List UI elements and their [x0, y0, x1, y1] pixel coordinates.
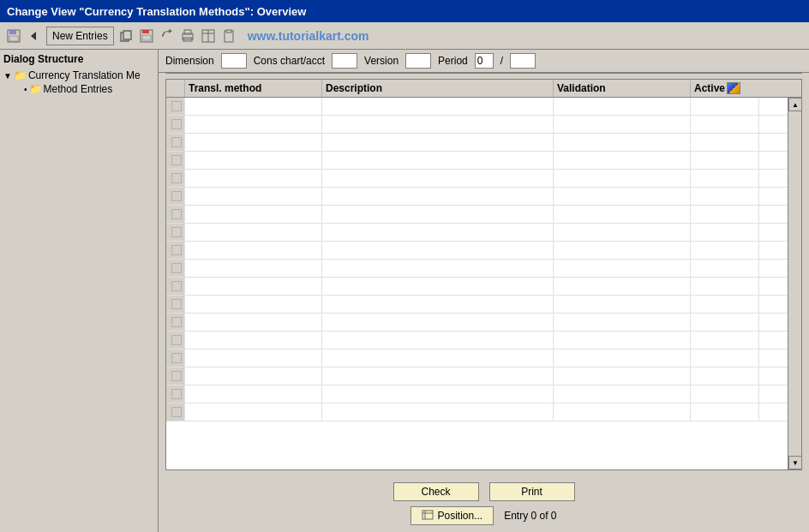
cell-desc-8[interactable] [322, 224, 554, 241]
undo-icon[interactable] [159, 27, 176, 45]
table-row[interactable] [166, 188, 788, 206]
table-row[interactable] [166, 134, 788, 152]
table-row[interactable] [166, 170, 788, 188]
table-icon[interactable] [200, 27, 217, 45]
table-row[interactable] [166, 403, 788, 421]
cell-valid-16[interactable] [554, 368, 691, 385]
cell-transl-10[interactable] [185, 260, 322, 277]
cell-desc-7[interactable] [322, 206, 554, 223]
period-end-input[interactable] [510, 53, 536, 69]
cell-desc-16[interactable] [322, 368, 554, 385]
cell-desc-18[interactable] [322, 403, 554, 421]
version-input[interactable] [405, 53, 431, 69]
row-sel-18[interactable] [166, 403, 185, 421]
scroll-up-button[interactable]: ▲ [788, 98, 801, 111]
back-icon[interactable] [26, 27, 43, 45]
row-sel-10[interactable] [166, 260, 185, 277]
cell-transl-9[interactable] [185, 242, 322, 259]
table-row[interactable] [166, 332, 788, 350]
table-row[interactable] [166, 224, 788, 242]
cell-active-17[interactable] [691, 386, 759, 403]
cell-valid-9[interactable] [554, 242, 691, 259]
cell-active-3[interactable] [691, 134, 759, 151]
table-row[interactable] [166, 368, 788, 386]
cell-valid-7[interactable] [554, 206, 691, 223]
cell-transl-4[interactable] [185, 152, 322, 169]
cell-valid-1[interactable] [554, 98, 691, 115]
print-icon[interactable] [179, 27, 196, 45]
cell-desc-4[interactable] [322, 152, 554, 169]
cell-active-15[interactable] [691, 350, 759, 367]
cell-transl-13[interactable] [185, 314, 322, 331]
cell-active-5[interactable] [691, 170, 759, 187]
cell-desc-14[interactable] [322, 332, 554, 349]
row-sel-4[interactable] [166, 152, 185, 169]
sidebar-item-method-entries[interactable]: • 📁 Method Entries [3, 82, 154, 96]
cell-transl-17[interactable] [185, 386, 322, 403]
cell-transl-16[interactable] [185, 368, 322, 385]
cell-valid-12[interactable] [554, 296, 691, 313]
active-col-icon[interactable] [727, 82, 740, 94]
cell-desc-1[interactable] [322, 98, 554, 115]
cell-active-12[interactable] [691, 296, 759, 313]
cell-desc-9[interactable] [322, 242, 554, 259]
cell-transl-12[interactable] [185, 296, 322, 313]
scroll-track[interactable] [788, 111, 801, 456]
cell-valid-11[interactable] [554, 278, 691, 295]
table-row[interactable] [166, 314, 788, 332]
table-row[interactable] [166, 152, 788, 170]
cell-active-14[interactable] [691, 332, 759, 349]
cell-active-1[interactable] [691, 98, 759, 115]
cell-valid-3[interactable] [554, 134, 691, 151]
cell-transl-18[interactable] [185, 403, 322, 421]
print-button[interactable]: Print [489, 482, 575, 501]
scroll-down-button[interactable]: ▼ [788, 456, 801, 469]
cell-valid-18[interactable] [554, 403, 691, 421]
cell-valid-14[interactable] [554, 332, 691, 349]
row-sel-9[interactable] [166, 242, 185, 259]
table-row[interactable] [166, 296, 788, 314]
cell-valid-8[interactable] [554, 224, 691, 241]
cell-active-2[interactable] [691, 116, 759, 133]
cell-active-16[interactable] [691, 368, 759, 385]
check-button[interactable]: Check [393, 482, 479, 501]
cell-desc-11[interactable] [322, 278, 554, 295]
cell-transl-3[interactable] [185, 134, 322, 151]
table-row[interactable] [166, 278, 788, 296]
sidebar-item-currency-translation[interactable]: ▼ 📁 Currency Translation Me [3, 69, 154, 82]
cell-desc-13[interactable] [322, 314, 554, 331]
cell-active-11[interactable] [691, 278, 759, 295]
dimension-input[interactable] [221, 53, 247, 69]
copy-icon[interactable] [117, 27, 135, 45]
row-sel-3[interactable] [166, 134, 185, 151]
table-row[interactable] [166, 242, 788, 260]
table-row[interactable] [166, 350, 788, 368]
cell-active-6[interactable] [691, 188, 759, 205]
cell-desc-6[interactable] [322, 188, 554, 205]
cell-transl-14[interactable] [185, 332, 322, 349]
cell-desc-12[interactable] [322, 296, 554, 313]
cell-active-18[interactable] [691, 403, 759, 421]
row-sel-7[interactable] [166, 206, 185, 223]
cons-chart-input[interactable] [332, 53, 357, 69]
cell-desc-2[interactable] [322, 116, 554, 133]
cell-valid-5[interactable] [554, 170, 691, 187]
cell-active-10[interactable] [691, 260, 759, 277]
table-row[interactable] [166, 98, 788, 116]
row-sel-6[interactable] [166, 188, 185, 205]
row-sel-2[interactable] [166, 116, 185, 133]
cell-active-9[interactable] [691, 242, 759, 259]
table-scroll[interactable] [166, 98, 788, 469]
row-sel-15[interactable] [166, 350, 185, 367]
cell-active-4[interactable] [691, 152, 759, 169]
cell-transl-1[interactable] [185, 98, 322, 115]
cell-transl-5[interactable] [185, 170, 322, 187]
clipboard-icon[interactable] [220, 27, 237, 45]
cell-transl-8[interactable] [185, 224, 322, 241]
cell-valid-2[interactable] [554, 116, 691, 133]
cell-valid-13[interactable] [554, 314, 691, 331]
period-input[interactable] [475, 53, 494, 69]
save-icon[interactable] [5, 27, 22, 45]
row-sel-16[interactable] [166, 368, 185, 385]
cell-desc-15[interactable] [322, 350, 554, 367]
